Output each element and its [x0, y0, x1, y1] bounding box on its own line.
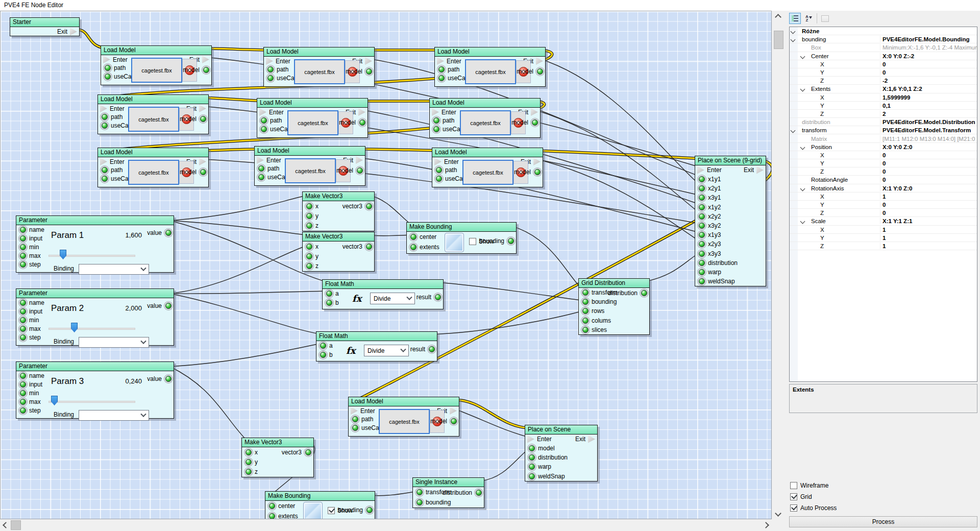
- exit-port-icon[interactable]: [588, 436, 595, 443]
- result-output-port[interactable]: [429, 346, 435, 352]
- file-button[interactable]: cagetest.fbx: [131, 58, 182, 83]
- input-port[interactable]: [699, 260, 705, 266]
- input-port[interactable]: [246, 449, 252, 455]
- file-button[interactable]: cagetest.fbx: [287, 110, 338, 135]
- exit-port-icon[interactable]: [199, 158, 206, 165]
- usecage-input-port[interactable]: [436, 176, 442, 182]
- file-button[interactable]: cagetest.fbx: [285, 158, 336, 183]
- path-input-port[interactable]: [105, 65, 111, 71]
- node-canvas[interactable]: Starter Exit Load Model Enter Exit path …: [0, 11, 772, 519]
- input-port[interactable]: [20, 308, 26, 315]
- input-port[interactable]: [306, 213, 312, 219]
- input-port[interactable]: [582, 318, 589, 324]
- input-port[interactable]: [20, 261, 26, 268]
- value-output-port[interactable]: [165, 230, 172, 236]
- property-row[interactable]: ScaleX:1 Y:1 Z:1: [790, 217, 977, 225]
- node-load-model[interactable]: Load Model Enter Exit path useCage caget…: [97, 94, 209, 134]
- input-port[interactable]: [269, 503, 275, 509]
- property-value[interactable]: X:0 Y:0 Z:0: [880, 143, 977, 150]
- model-output-port[interactable]: [359, 119, 365, 126]
- file-button[interactable]: cagetest.fbx: [462, 160, 513, 185]
- input-port[interactable]: [20, 253, 26, 259]
- model-output-port[interactable]: [200, 116, 206, 122]
- node-parameter[interactable]: Parameter nameinputminmaxstep Param 3 0,…: [16, 361, 174, 419]
- input-port[interactable]: [20, 317, 26, 323]
- property-value[interactable]: X:1,6 Y:0,1 Z:2: [880, 85, 977, 92]
- input-port[interactable]: [699, 251, 705, 257]
- input-port[interactable]: [699, 204, 705, 210]
- property-row[interactable]: ExtentsX:1,6 Y:0,1 Z:2: [790, 85, 977, 93]
- input-port[interactable]: [20, 390, 26, 396]
- node-place-on-scene[interactable]: Place on Scene Enter Exit modeldistribut…: [525, 425, 598, 481]
- option-grid[interactable]: Grid: [790, 493, 812, 500]
- property-row[interactable]: X0: [790, 151, 977, 159]
- show-checkbox[interactable]: [328, 507, 335, 514]
- enter-port-icon[interactable]: [432, 108, 439, 116]
- property-value[interactable]: Minimum:X:-1,6 Y:-0,1 Z:-4 Maximum:X:1: [880, 44, 977, 51]
- input-port[interactable]: [20, 399, 26, 405]
- bounding-box-icon-button[interactable]: [445, 233, 464, 252]
- property-row[interactable]: Y0: [790, 201, 977, 209]
- input-port[interactable]: [699, 195, 705, 201]
- node-load-model[interactable]: Load Model Enter Exit path useCage caget…: [434, 47, 546, 87]
- node-single-instance[interactable]: Single Instance transformbounding distri…: [412, 477, 484, 508]
- node-load-model[interactable]: Load Model Enter Exit path useCage caget…: [257, 98, 368, 138]
- model-output-port[interactable]: [357, 167, 363, 174]
- input-port[interactable]: [306, 244, 312, 250]
- property-value[interactable]: 0,1: [880, 102, 977, 109]
- input-port[interactable]: [326, 291, 332, 297]
- usecage-input-port[interactable]: [438, 75, 445, 81]
- node-load-model[interactable]: Load Model Enter Exit path useCage caget…: [348, 397, 459, 437]
- input-port[interactable]: [529, 445, 535, 451]
- node-make-vector3[interactable]: Make Vector3 xyz vector3: [302, 191, 375, 231]
- vector3-output-port[interactable]: [366, 203, 372, 209]
- option-auto-process[interactable]: Auto Process: [790, 504, 837, 512]
- property-row[interactable]: Z0: [790, 209, 977, 217]
- property-row[interactable]: Z1: [790, 242, 977, 250]
- enter-port-icon[interactable]: [100, 158, 107, 165]
- property-value[interactable]: 1: [880, 234, 977, 241]
- exit-port-icon[interactable]: [202, 56, 209, 63]
- binding-select[interactable]: [79, 337, 149, 348]
- exit-port-icon[interactable]: [70, 28, 77, 36]
- usecage-input-port[interactable]: [267, 75, 274, 81]
- property-row[interactable]: Y0,1: [790, 102, 977, 110]
- node-load-model[interactable]: Load Model Enter Exit path useCage caget…: [429, 98, 541, 138]
- vertical-scroll-thumb[interactable]: [774, 31, 783, 49]
- file-button[interactable]: cagetest.fbx: [460, 110, 511, 135]
- input-port[interactable]: [326, 300, 332, 306]
- node-float-math[interactable]: Float Math ab fx Divide result: [316, 331, 437, 361]
- distribution-output-port[interactable]: [476, 490, 482, 496]
- property-row[interactable]: BoxMinimum:X:-1,6 Y:-0,1 Z:-4 Maximum:X:…: [790, 43, 977, 52]
- input-port[interactable]: [320, 352, 326, 358]
- property-row[interactable]: RotationAngle0: [790, 176, 977, 184]
- input-port[interactable]: [20, 373, 26, 379]
- scroll-up-icon[interactable]: [775, 14, 781, 20]
- path-input-port[interactable]: [438, 66, 445, 73]
- property-row[interactable]: Matrix[M11:1 M12:0 M13:0 M14:0] [M21:0 M…: [790, 134, 977, 142]
- node-place-on-scene-9grid[interactable]: Place on Scene (9-grid) Enter Exit x1y1x…: [695, 156, 766, 286]
- usecage-input-port[interactable]: [258, 174, 264, 180]
- property-row[interactable]: PositionX:0 Y:0 Z:0: [790, 143, 977, 151]
- enter-port-icon[interactable]: [259, 108, 266, 116]
- node-make-bounding[interactable]: Make Bounding centerextents Show boundin…: [406, 222, 517, 254]
- input-port[interactable]: [582, 327, 589, 333]
- input-port[interactable]: [699, 269, 705, 275]
- input-port[interactable]: [416, 489, 423, 495]
- path-input-port[interactable]: [433, 117, 439, 124]
- node-make-vector3[interactable]: Make Vector3 xyz vector3: [241, 438, 314, 477]
- model-output-port[interactable]: [366, 68, 372, 75]
- file-button[interactable]: cagetest.fbx: [128, 107, 179, 132]
- value-output-port[interactable]: [165, 303, 172, 309]
- model-output-port[interactable]: [532, 119, 538, 126]
- canvas-horizontal-scrollbar[interactable]: [0, 519, 785, 531]
- model-output-port[interactable]: [451, 418, 457, 424]
- category-row[interactable]: Różne: [790, 27, 977, 35]
- input-port[interactable]: [699, 185, 705, 191]
- property-row[interactable]: Z-2: [790, 77, 977, 85]
- node-grid-distribution[interactable]: Grid Distribution transformboundingrowsc…: [578, 278, 650, 335]
- path-input-port[interactable]: [102, 114, 108, 120]
- checkbox[interactable]: [790, 493, 797, 500]
- value-output-port[interactable]: [165, 376, 172, 382]
- enter-port-icon[interactable]: [257, 156, 264, 164]
